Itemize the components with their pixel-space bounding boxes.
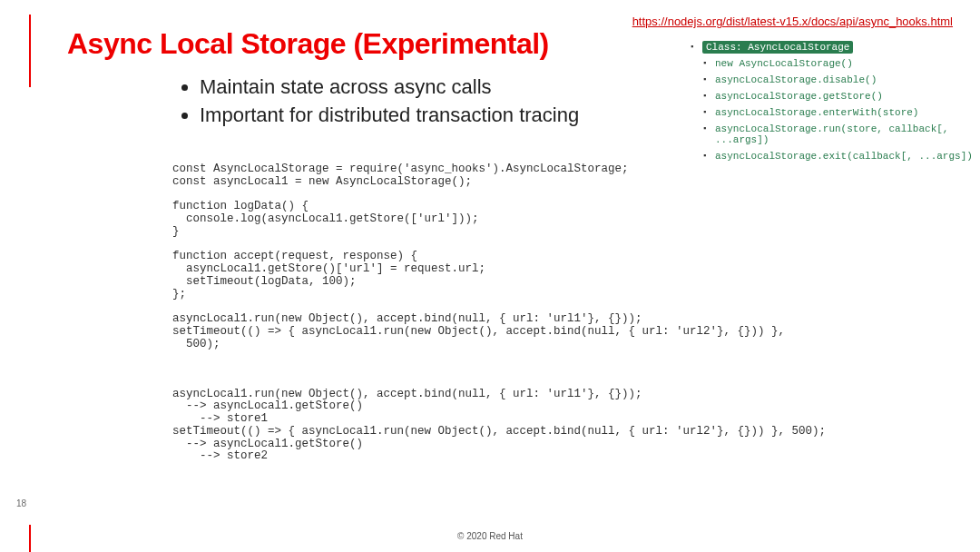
toc-item: asyncLocalStorage.disable() [702,74,980,85]
bullet-list: Maintain state across async calls Import… [180,74,579,130]
toc-highlight: Class: AsyncLocalStorage [702,41,853,54]
bullet-item: Important for distributed transaction tr… [200,103,579,129]
code-sample: const AsyncLocalStorage = require('async… [172,163,789,463]
toc-item: asyncLocalStorage.enterWith(store) [702,107,980,118]
slide-title: Async Local Storage (Experimental) [67,27,549,61]
accent-bar-top [29,15,31,87]
doc-url-link[interactable]: https://nodejs.org/dist/latest-v15.x/doc… [632,15,953,28]
copyright-footer: © 2020 Red Hat [0,531,980,541]
page-number: 18 [16,498,26,508]
toc-item: asyncLocalStorage.run(store, callback[, … [702,123,980,145]
toc-item: asyncLocalStorage.exit(callback[, ...arg… [702,151,980,162]
bullet-item: Maintain state across async calls [200,74,579,101]
toc-item: new AsyncLocalStorage() [702,58,980,69]
toc-item: asyncLocalStorage.getStore() [702,91,980,102]
api-toc: Class: AsyncLocalStorage new AsyncLocalS… [690,42,980,167]
